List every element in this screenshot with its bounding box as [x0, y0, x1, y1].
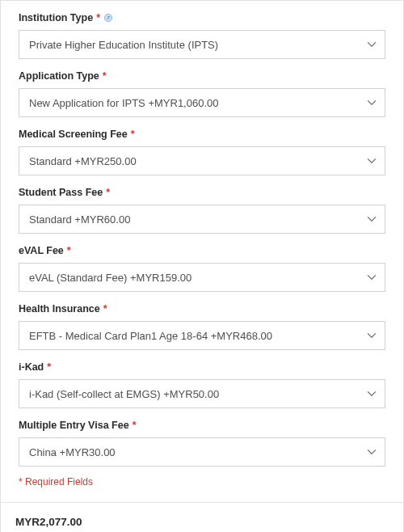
label-text: Health Insurance — [19, 303, 100, 315]
select-application_type[interactable]: New Application for IPTS +MYR1,060.00 — [19, 88, 385, 117]
label-student_pass_fee: Student Pass Fee* — [19, 187, 385, 198]
required-fields-note: * Required Fields — [19, 476, 385, 488]
select-value: Standard +MYR250.00 — [29, 155, 137, 167]
label-text: Institution Type — [19, 12, 93, 23]
required-star: * — [103, 303, 107, 315]
total-bar: MYR2,077.00 — [0, 503, 404, 532]
field-institution_type: Institution Type*Private Higher Educatio… — [19, 12, 385, 59]
page: Institution Type*Private Higher Educatio… — [0, 0, 404, 532]
select-value: eVAL (Standard Fee) +MYR159.00 — [29, 272, 191, 284]
select-medical_screening_fee[interactable]: Standard +MYR250.00 — [19, 146, 385, 175]
select-value: Private Higher Education Institute (IPTS… — [29, 39, 218, 51]
required-star: * — [103, 70, 107, 82]
field-medical_screening_fee: Medical Screening Fee*Standard +MYR250.0… — [19, 129, 385, 175]
chevron-down-icon — [367, 447, 377, 457]
required-star: * — [131, 129, 135, 140]
label-text: i-Kad — [19, 361, 44, 373]
select-value: EFTB - Medical Card Plan1 Age 18-64 +MYR… — [29, 330, 272, 342]
select-value: China +MYR30.00 — [29, 446, 116, 458]
required-star: * — [47, 361, 51, 373]
field-student_pass_fee: Student Pass Fee*Standard +MYR60.00 — [19, 187, 385, 234]
required-star: * — [133, 420, 137, 431]
select-student_pass_fee[interactable]: Standard +MYR60.00 — [19, 205, 385, 234]
select-multiple_entry_visa_fee[interactable]: China +MYR30.00 — [19, 437, 385, 467]
label-text: Application Type — [19, 70, 99, 82]
label-ikad: i-Kad* — [19, 361, 385, 373]
fee-form-panel: Institution Type*Private Higher Educatio… — [0, 0, 404, 503]
field-eval_fee: eVAL Fee*eVAL (Standard Fee) +MYR159.00 — [19, 245, 385, 292]
field-application_type: Application Type*New Application for IPT… — [19, 70, 385, 117]
help-icon[interactable] — [103, 13, 113, 23]
select-ikad[interactable]: i-Kad (Self-collect at EMGS) +MYR50.00 — [19, 379, 385, 408]
chevron-down-icon — [367, 156, 377, 166]
chevron-down-icon — [367, 331, 377, 340]
label-text: eVAL Fee — [19, 245, 64, 256]
required-star: * — [96, 12, 100, 23]
required-star: * — [67, 245, 71, 256]
label-text: Medical Screening Fee — [19, 129, 128, 140]
select-value: i-Kad (Self-collect at EMGS) +MYR50.00 — [29, 388, 219, 400]
label-text: Multiple Entry Visa Fee — [19, 420, 129, 431]
form-fields: Institution Type*Private Higher Educatio… — [19, 12, 385, 467]
select-eval_fee[interactable]: eVAL (Standard Fee) +MYR159.00 — [19, 263, 385, 292]
label-multiple_entry_visa_fee: Multiple Entry Visa Fee* — [19, 420, 385, 431]
chevron-down-icon — [367, 272, 377, 282]
field-ikad: i-Kad*i-Kad (Self-collect at EMGS) +MYR5… — [19, 361, 385, 408]
total-amount: MYR2,077.00 — [15, 516, 82, 528]
label-institution_type: Institution Type* — [19, 12, 385, 23]
chevron-down-icon — [367, 40, 377, 49]
field-health_insurance: Health Insurance*EFTB - Medical Card Pla… — [19, 303, 385, 350]
select-health_insurance[interactable]: EFTB - Medical Card Plan1 Age 18-64 +MYR… — [19, 321, 385, 350]
field-multiple_entry_visa_fee: Multiple Entry Visa Fee*China +MYR30.00 — [19, 420, 385, 467]
label-health_insurance: Health Insurance* — [19, 303, 385, 315]
select-value: Standard +MYR60.00 — [29, 213, 130, 226]
chevron-down-icon — [367, 389, 377, 399]
label-medical_screening_fee: Medical Screening Fee* — [19, 129, 385, 140]
required-star: * — [106, 187, 110, 198]
chevron-down-icon — [367, 214, 377, 224]
select-institution_type[interactable]: Private Higher Education Institute (IPTS… — [19, 30, 385, 59]
select-value: New Application for IPTS +MYR1,060.00 — [29, 97, 218, 109]
label-eval_fee: eVAL Fee* — [19, 245, 385, 256]
chevron-down-icon — [367, 98, 377, 108]
label-application_type: Application Type* — [19, 70, 385, 82]
label-text: Student Pass Fee — [19, 187, 103, 198]
